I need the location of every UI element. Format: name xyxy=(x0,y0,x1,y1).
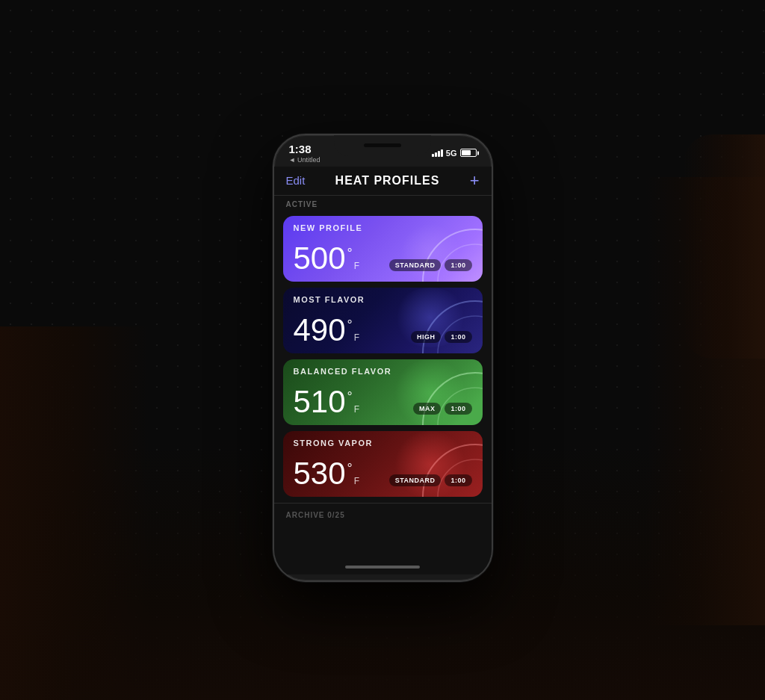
card-badges: STANDARD 1:00 xyxy=(389,474,472,486)
battery-indicator xyxy=(460,149,477,157)
card-badges: STANDARD 1:00 xyxy=(389,259,472,271)
profile-name: NEW PROFILE xyxy=(294,223,472,232)
card-content: STRONG VAPOR 530 ° F xyxy=(283,431,483,497)
card-temperature: 510 ° F xyxy=(294,386,360,418)
temp-number: 510 xyxy=(294,386,346,418)
profile-card-most-flavor[interactable]: MOST FLAVOR 490 ° F HIGH 1:00 xyxy=(283,288,483,353)
active-section-label: ACTIVE xyxy=(274,195,492,211)
page-title: HEAT PROFILES xyxy=(335,174,440,188)
heat-mode-badge: STANDARD xyxy=(389,474,442,486)
temp-number: 530 xyxy=(294,458,346,489)
temp-degree: ° xyxy=(347,461,353,477)
temp-number: 490 xyxy=(294,315,346,346)
profile-card-new-profile[interactable]: NEW PROFILE 500 ° F STANDARD 1:00 xyxy=(283,216,483,282)
temp-unit: F xyxy=(354,476,359,486)
profile-name: MOST FLAVOR xyxy=(294,295,472,304)
temp-number: 500 xyxy=(294,243,346,274)
add-profile-button[interactable]: + xyxy=(470,173,480,189)
time-badge: 1:00 xyxy=(445,403,471,415)
time-badge: 1:00 xyxy=(445,259,471,271)
time-badge: 1:00 xyxy=(445,474,471,486)
card-temperature: 500 ° F xyxy=(294,243,360,274)
card-content: NEW PROFILE 500 ° F xyxy=(283,216,483,282)
phone-frame: 1:38 ◄ Untitled 5G Edit xyxy=(273,134,493,582)
phone-notch xyxy=(334,135,431,156)
temp-unit: F xyxy=(354,332,359,343)
profile-card-strong-vapor[interactable]: STRONG VAPOR 530 ° F STANDARD 1:00 xyxy=(283,431,483,497)
status-right: 5G xyxy=(432,149,477,158)
card-temperature: 490 ° F xyxy=(294,315,360,346)
heat-mode-badge: HIGH xyxy=(411,331,442,343)
profiles-list: NEW PROFILE 500 ° F STANDARD 1:00 xyxy=(274,216,492,497)
battery-fill xyxy=(462,150,471,155)
nav-bar: Edit HEAT PROFILES + xyxy=(274,167,492,195)
speaker xyxy=(364,143,401,147)
phone-screen: Edit HEAT PROFILES + ACTIVE xyxy=(274,167,492,574)
temp-degree: ° xyxy=(347,246,353,261)
signal-bar-3 xyxy=(438,151,440,157)
signal-bar-4 xyxy=(441,149,443,157)
status-subtitle: ◄ Untitled xyxy=(289,156,320,164)
card-content: BALANCED FLAVOR 510 ° F xyxy=(283,359,483,425)
home-indicator xyxy=(345,566,420,569)
time-badge: 1:00 xyxy=(445,331,471,343)
edit-button[interactable]: Edit xyxy=(286,174,306,187)
card-badges: MAX 1:00 xyxy=(413,403,472,415)
signal-bars xyxy=(432,149,443,157)
profile-card-balanced-flavor[interactable]: BALANCED FLAVOR 510 ° F MAX 1:00 xyxy=(283,359,483,425)
profile-name: STRONG VAPOR xyxy=(294,439,472,447)
temp-unit: F xyxy=(354,404,359,415)
status-left: 1:38 ◄ Untitled xyxy=(289,143,320,164)
status-time: 1:38 xyxy=(289,143,320,155)
card-content: MOST FLAVOR 490 ° F xyxy=(283,288,483,353)
phone-device: 1:38 ◄ Untitled 5G Edit xyxy=(273,134,493,582)
card-temperature: 530 ° F xyxy=(294,458,360,489)
network-type: 5G xyxy=(446,149,457,158)
heat-mode-badge: MAX xyxy=(413,403,442,415)
temp-unit: F xyxy=(354,261,359,271)
archive-section-label: ARCHIVE 0/25 xyxy=(274,503,492,524)
temp-degree: ° xyxy=(347,389,353,405)
card-badges: HIGH 1:00 xyxy=(411,331,472,343)
signal-bar-2 xyxy=(435,152,437,157)
heat-mode-badge: STANDARD xyxy=(389,259,442,271)
signal-bar-1 xyxy=(432,154,434,157)
profile-name: BALANCED FLAVOR xyxy=(294,367,472,376)
temp-degree: ° xyxy=(347,318,353,333)
